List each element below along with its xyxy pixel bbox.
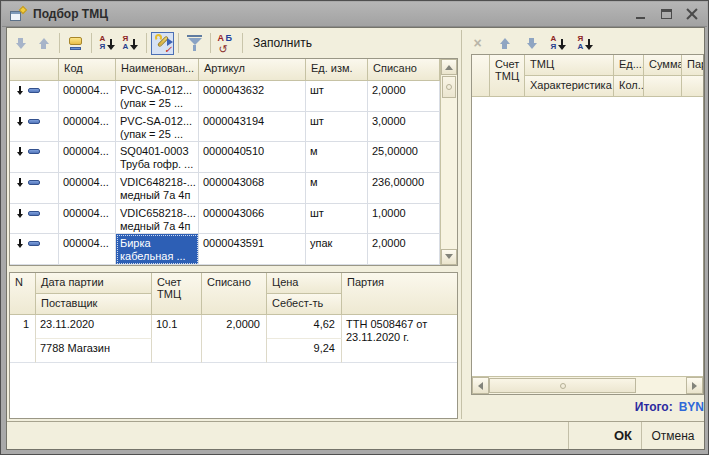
row-marker[interactable] xyxy=(10,204,59,235)
move-up-button[interactable] xyxy=(32,32,55,55)
cell-code[interactable]: 000004... xyxy=(59,142,116,173)
col-header-written-off[interactable]: Списано xyxy=(368,59,440,81)
cell-name[interactable]: VDIC648218-...медный 7а 4п xyxy=(116,173,199,204)
cell-code[interactable]: 000004... xyxy=(59,173,116,204)
col-header-marker[interactable] xyxy=(10,59,59,81)
row-marker[interactable] xyxy=(10,234,59,265)
sort-ascending-button[interactable]: АЯ xyxy=(547,32,570,55)
sort-descending-button[interactable]: ЯА xyxy=(574,32,597,55)
row-marker[interactable] xyxy=(10,142,59,173)
col-header-batch[interactable]: Партия xyxy=(342,273,457,315)
toolbar-separator xyxy=(210,33,211,53)
col-header-account[interactable]: Счет ТМЦ xyxy=(490,55,525,97)
scroll-down-button[interactable] xyxy=(441,249,457,265)
settings-button[interactable]: ✓ xyxy=(151,32,174,55)
items-vscrollbar[interactable] xyxy=(440,59,457,265)
cell-name[interactable]: VDIC658218-...медный 7а 4п xyxy=(116,204,199,235)
fill-button[interactable]: Заполнить xyxy=(253,36,312,50)
cell-article[interactable]: 0000040510 xyxy=(199,142,306,173)
col-header-sum-sub[interactable] xyxy=(644,76,682,97)
cell-price[interactable]: 4,62 xyxy=(267,315,342,339)
cell-unit[interactable]: упак xyxy=(306,234,368,265)
move-down-button[interactable] xyxy=(520,32,543,55)
col-header-marker[interactable] xyxy=(472,55,490,97)
col-header-date[interactable]: Дата партии xyxy=(36,273,152,294)
ok-button[interactable]: ОК xyxy=(569,428,641,443)
cell-written-off[interactable]: 2,0000 xyxy=(202,315,267,363)
scroll-thumb[interactable] xyxy=(442,76,456,98)
selection-hscrollbar[interactable] xyxy=(472,376,703,394)
minimize-button[interactable] xyxy=(633,8,647,20)
cell-cost[interactable]: 9,24 xyxy=(267,339,342,363)
scroll-right-button[interactable] xyxy=(686,377,703,394)
cell-name-selected[interactable]: Биркакабельная ... xyxy=(116,234,199,265)
col-header-written-off[interactable]: Списано xyxy=(202,273,267,315)
cell-date[interactable]: 23.11.2020 xyxy=(36,315,152,339)
cancel-button[interactable]: Отмена xyxy=(642,429,704,443)
sort-ascending-button[interactable]: АЯ xyxy=(96,32,119,55)
row-marker[interactable] xyxy=(10,112,59,143)
cell-unit[interactable]: м xyxy=(306,142,368,173)
cell-written-off[interactable]: 1,0000 xyxy=(368,204,440,235)
hierarchy-view-button[interactable] xyxy=(64,32,87,55)
close-button[interactable] xyxy=(685,8,699,20)
col-header-unit[interactable]: Ед. изм. xyxy=(306,59,368,81)
delete-button[interactable]: × xyxy=(466,32,489,55)
col-header-article[interactable]: Артикул xyxy=(199,59,306,81)
cell-unit[interactable]: шт xyxy=(306,204,368,235)
col-header-characteristic[interactable]: Характеристика xyxy=(525,76,614,97)
titlebar[interactable]: Подбор ТМЦ xyxy=(2,2,707,27)
cell-account[interactable]: 10.1 xyxy=(152,315,202,363)
scroll-track[interactable] xyxy=(636,377,686,394)
cell-code[interactable]: 000004... xyxy=(59,234,116,265)
cell-code[interactable]: 000004... xyxy=(59,81,116,112)
cell-article[interactable]: 0000043194 xyxy=(199,112,306,143)
col-header-sum[interactable]: Сумма xyxy=(644,55,682,76)
col-header-price[interactable]: Цена xyxy=(267,273,342,294)
row-marker[interactable] xyxy=(10,81,59,112)
scroll-track[interactable] xyxy=(441,99,457,249)
col-header-cost[interactable]: Себест-ть xyxy=(267,294,342,315)
col-header-unit[interactable]: Ед.... xyxy=(614,55,644,76)
scroll-up-button[interactable] xyxy=(441,59,457,75)
cell-name[interactable]: SQ0401-0003Труба гофр. ... xyxy=(116,142,199,173)
cell-written-off[interactable]: 236,00000 xyxy=(368,173,440,204)
move-up-button[interactable] xyxy=(493,32,516,55)
cell-name[interactable]: PVC-SA-012...(упак = 25 ... xyxy=(116,81,199,112)
row-marker[interactable] xyxy=(10,173,59,204)
cell-written-off[interactable]: 3,0000 xyxy=(368,112,440,143)
col-header-n[interactable]: N xyxy=(10,273,36,315)
col-header-batch[interactable]: Пар xyxy=(682,55,703,76)
cell-supplier[interactable]: 7788 Магазин xyxy=(36,339,152,363)
cell-unit[interactable]: шт xyxy=(306,81,368,112)
cell-written-off[interactable]: 2,0000 xyxy=(368,234,440,265)
cell-article[interactable]: 0000043591 xyxy=(199,234,306,265)
cell-code[interactable]: 000004... xyxy=(59,204,116,235)
cell-code[interactable]: 000004... xyxy=(59,112,116,143)
col-header-name[interactable]: Наименован... xyxy=(116,59,199,81)
scroll-thumb[interactable] xyxy=(489,378,636,393)
rename-button[interactable]: АБ↺ xyxy=(215,32,238,55)
cell-unit[interactable]: м xyxy=(306,173,368,204)
cell-article[interactable]: 0000043632 xyxy=(199,81,306,112)
cell-batch[interactable]: ТТН 0508467 от 23.11.2020 г. xyxy=(342,315,457,363)
col-header-qty[interactable]: Кол... xyxy=(614,76,644,97)
pane-splitter[interactable] xyxy=(461,30,462,419)
scroll-left-button[interactable] xyxy=(472,377,489,394)
col-header-account[interactable]: Счет ТМЦ xyxy=(152,273,202,315)
move-down-button[interactable] xyxy=(9,32,32,55)
cell-name[interactable]: PVC-SA-012...(упак = 25 ... xyxy=(116,112,199,143)
cell-n[interactable]: 1 xyxy=(10,315,36,363)
col-header-tmc[interactable]: ТМЦ xyxy=(525,55,614,76)
maximize-button[interactable] xyxy=(659,8,673,20)
col-header-supplier[interactable]: Поставщик xyxy=(36,294,152,315)
sort-descending-button[interactable]: ЯА xyxy=(119,32,142,55)
col-header-code[interactable]: Код xyxy=(59,59,116,81)
cell-article[interactable]: 0000043066 xyxy=(199,204,306,235)
cell-written-off[interactable]: 2,0000 xyxy=(368,81,440,112)
cell-written-off[interactable]: 25,00000 xyxy=(368,142,440,173)
cell-unit[interactable]: шт xyxy=(306,112,368,143)
col-header-batch-sub[interactable] xyxy=(682,76,703,97)
filter-button[interactable] xyxy=(183,32,206,55)
cell-article[interactable]: 0000043068 xyxy=(199,173,306,204)
